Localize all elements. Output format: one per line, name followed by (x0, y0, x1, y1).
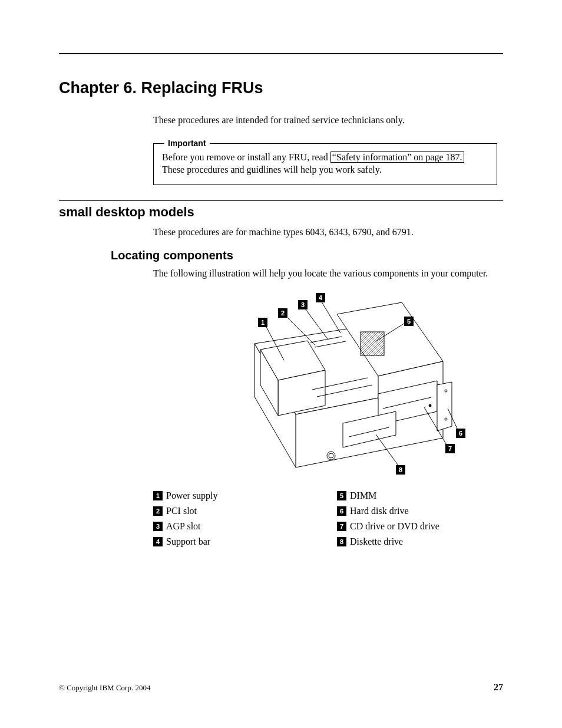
svg-text:7: 7 (448, 445, 452, 452)
copyright-text: © Copyright IBM Corp. 2004 (59, 683, 150, 693)
svg-text:3: 3 (301, 301, 305, 308)
callout-badge: 3 (153, 522, 163, 531)
legend-label: Support bar (166, 535, 210, 549)
legend-row: 8Diskette drive (337, 535, 497, 549)
svg-text:1: 1 (261, 319, 265, 326)
subsection-wrap: Locating components (111, 249, 503, 262)
section1-block: These procedures are for machine types 6… (153, 226, 497, 239)
legend-label: CD drive or DVD drive (350, 519, 439, 533)
callout-5: 5 (404, 317, 414, 326)
callout-badge: 5 (337, 491, 346, 500)
page-footer: © Copyright IBM Corp. 2004 27 (59, 682, 503, 693)
legend-row: 1Power supply (153, 489, 313, 503)
legend-label: PCI slot (166, 504, 197, 518)
svg-text:8: 8 (399, 466, 402, 473)
intro-paragraph: These procedures are intended for traine… (153, 114, 497, 127)
top-rule (59, 53, 503, 54)
svg-text:5: 5 (407, 318, 411, 325)
notice-legend: Important (164, 138, 210, 149)
safety-xref-link[interactable]: “Safety information” on page 187. (330, 151, 464, 163)
legend-label: Power supply (166, 489, 218, 503)
callout-6: 6 (456, 429, 465, 438)
notice-text-before: Before you remove or install any FRU, re… (162, 152, 330, 162)
page-number: 27 (494, 682, 503, 693)
callout-badge: 2 (153, 506, 163, 516)
legend-row: 6Hard disk drive (337, 504, 497, 518)
svg-text:6: 6 (459, 430, 462, 437)
callout-1: 1 (258, 318, 267, 327)
svg-text:2: 2 (281, 309, 285, 317)
svg-text:4: 4 (319, 294, 323, 301)
legend-row: 4Support bar (153, 535, 313, 549)
svg-line-26 (320, 300, 340, 333)
important-notice: Important Before you remove or install a… (153, 143, 497, 185)
legend-row: 3AGP slot (153, 519, 313, 533)
svg-rect-10 (361, 332, 384, 355)
component-figure: 1 2 3 4 5 6 7 8 (153, 291, 497, 482)
svg-marker-16 (437, 382, 452, 431)
subsection-title-locating: Locating components (111, 249, 503, 262)
section-title-small-desktop: small desktop models (59, 205, 503, 220)
section1-paragraph: These procedures are for machine types 6… (153, 226, 497, 239)
page: Chapter 6. Replacing FRUs These procedur… (0, 0, 562, 728)
legend-col-right: 5DIMM 6Hard disk drive 7CD drive or DVD … (337, 489, 497, 550)
callout-2: 2 (278, 308, 287, 318)
legend-label: AGP slot (166, 519, 201, 533)
intro-block: These procedures are intended for traine… (153, 114, 497, 185)
callout-badge: 6 (337, 506, 346, 516)
callout-badge: 1 (153, 491, 163, 500)
legend-col-left: 1Power supply 2PCI slot 3AGP slot 4Suppo… (153, 489, 313, 550)
legend-row: 5DIMM (337, 489, 497, 503)
svg-point-18 (445, 418, 447, 420)
callout-badge: 7 (337, 522, 346, 531)
legend-label: Diskette drive (350, 535, 403, 549)
legend-row: 2PCI slot (153, 504, 313, 518)
legend-row: 7CD drive or DVD drive (337, 519, 497, 533)
svg-point-13 (429, 404, 431, 407)
callout-8: 8 (396, 465, 405, 475)
callout-7: 7 (445, 444, 455, 453)
callout-badge: 8 (337, 537, 346, 546)
callout-badge: 4 (153, 537, 163, 546)
legend-label: DIMM (350, 489, 376, 503)
subsection1-block: The following illustration will help you… (153, 267, 497, 550)
callout-3: 3 (298, 300, 308, 309)
svg-point-21 (329, 453, 333, 458)
legend-table: 1Power supply 2PCI slot 3AGP slot 4Suppo… (153, 489, 497, 550)
section-rule (59, 200, 503, 201)
svg-point-17 (445, 390, 447, 392)
notice-text-after: These procedures and guidlines will help… (162, 164, 382, 174)
legend-label: Hard disk drive (350, 504, 409, 518)
desktop-illustration: 1 2 3 4 5 6 7 8 (184, 291, 467, 479)
chapter-title: Chapter 6. Replacing FRUs (59, 79, 503, 97)
subsection1-paragraph: The following illustration will help you… (153, 267, 497, 280)
callout-4: 4 (316, 293, 325, 302)
